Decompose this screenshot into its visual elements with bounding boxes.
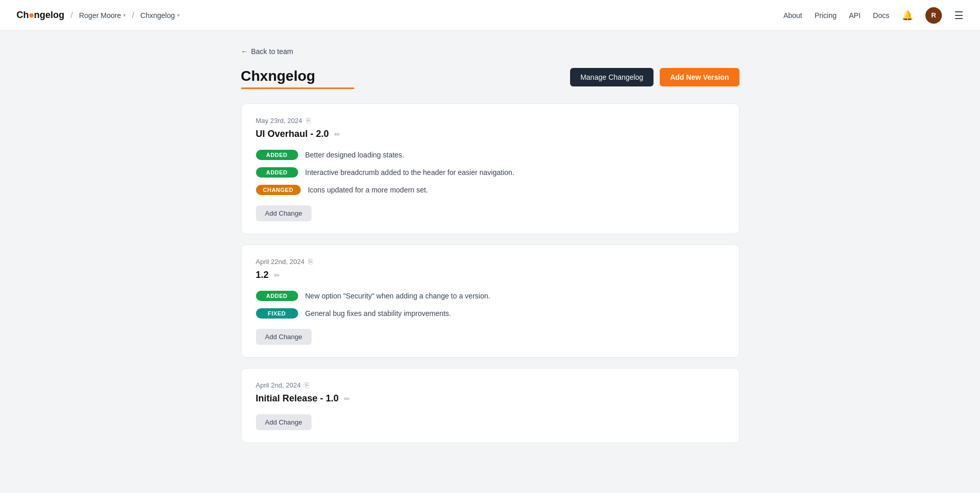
title-underline: [241, 87, 354, 89]
back-link-label: Back to team: [251, 47, 294, 56]
change-badge-added: ADDED: [256, 150, 298, 160]
version-card: April 22nd, 2024⎘1.2✏ADDEDNew option "Se…: [241, 244, 740, 358]
change-badge-changed: CHANGED: [256, 185, 301, 195]
avatar[interactable]: R: [925, 7, 942, 24]
breadcrumb-roger-moore[interactable]: Roger Moore ▾: [79, 11, 126, 20]
logo-text-ngelog: ngelog: [34, 10, 64, 21]
version-title-row: Initial Release - 1.0✏: [256, 393, 725, 404]
version-meta: April 22nd, 2024⎘: [256, 257, 725, 266]
version-meta: May 23rd, 2024⎘: [256, 116, 725, 125]
versions-container: May 23rd, 2024⎘UI Overhaul - 2.0✏ADDEDBe…: [241, 103, 740, 443]
nav-about[interactable]: About: [783, 11, 802, 20]
change-badge-fixed: FIXED: [256, 308, 298, 319]
edit-icon[interactable]: ✏: [344, 395, 350, 403]
header-left: Ch ngelog / Roger Moore ▾ / Chxngelog ▾: [16, 10, 180, 21]
version-title: Initial Release - 1.0: [256, 393, 339, 404]
change-item: FIXEDGeneral bug fixes and stability imp…: [256, 308, 725, 319]
version-date: May 23rd, 2024: [256, 117, 302, 125]
version-title-row: 1.2✏: [256, 270, 725, 280]
logo[interactable]: Ch ngelog: [16, 10, 64, 21]
add-change-button[interactable]: Add Change: [256, 205, 312, 221]
logo-text-ch: Ch: [16, 10, 29, 21]
breadcrumb-chxngelog[interactable]: Chxngelog ▾: [141, 11, 180, 20]
share-icon[interactable]: ⎘: [306, 116, 311, 125]
breadcrumb-sep-1: /: [71, 11, 73, 20]
change-item: ADDEDNew option "Security" when adding a…: [256, 291, 725, 301]
main-content: ← Back to team Chxngelog Manage Changelo…: [233, 31, 748, 470]
header-actions: Manage Changelog Add New Version: [570, 68, 740, 86]
arrow-left-icon: ←: [241, 47, 248, 56]
nav-docs[interactable]: Docs: [873, 11, 889, 20]
change-item: ADDEDBetter designed loading states.: [256, 150, 725, 160]
change-text: New option "Security" when adding a chan…: [305, 292, 490, 300]
change-item: ADDEDInteractive breadcrumb added to the…: [256, 167, 725, 178]
change-badge-added: ADDED: [256, 167, 298, 178]
breadcrumb-sep-2: /: [132, 11, 134, 20]
breadcrumb-chxngelog-label: Chxngelog: [141, 11, 175, 20]
manage-changelog-button[interactable]: Manage Changelog: [570, 68, 654, 86]
add-new-version-button[interactable]: Add New Version: [660, 68, 739, 86]
bell-icon[interactable]: 🔔: [902, 10, 913, 21]
hamburger-menu-icon[interactable]: ☰: [954, 9, 964, 22]
share-icon[interactable]: ⎘: [305, 381, 309, 389]
change-text: Interactive breadcrumb added to the head…: [305, 168, 514, 177]
page-title: Chxngelog: [241, 68, 354, 84]
change-list: ADDEDBetter designed loading states.ADDE…: [256, 150, 725, 195]
logo-dot: [29, 13, 33, 17]
share-icon[interactable]: ⎘: [308, 257, 313, 266]
edit-icon[interactable]: ✏: [274, 271, 280, 279]
back-to-team-link[interactable]: ← Back to team: [241, 47, 740, 56]
version-title-row: UI Overhaul - 2.0✏: [256, 129, 725, 139]
nav-api[interactable]: API: [849, 11, 861, 20]
version-meta: April 2nd, 2024⎘: [256, 381, 725, 389]
version-title: 1.2: [256, 270, 269, 280]
version-title: UI Overhaul - 2.0: [256, 129, 329, 139]
header: Ch ngelog / Roger Moore ▾ / Chxngelog ▾ …: [0, 0, 980, 31]
chevron-down-icon-1: ▾: [123, 12, 126, 18]
change-badge-added: ADDED: [256, 291, 298, 301]
page-title-wrap: Chxngelog: [241, 68, 354, 89]
change-text: Better designed loading states.: [305, 151, 404, 159]
add-change-button[interactable]: Add Change: [256, 329, 312, 345]
add-change-button[interactable]: Add Change: [256, 414, 312, 430]
page-header: Chxngelog Manage Changelog Add New Versi…: [241, 68, 740, 89]
version-date: April 22nd, 2024: [256, 258, 305, 266]
edit-icon[interactable]: ✏: [334, 130, 340, 138]
chevron-down-icon-2: ▾: [177, 12, 180, 18]
change-text: Icons updated for a more modern set.: [308, 186, 428, 194]
version-card: April 2nd, 2024⎘Initial Release - 1.0✏Ad…: [241, 368, 740, 443]
change-list: ADDEDNew option "Security" when adding a…: [256, 291, 725, 319]
change-item: CHANGEDIcons updated for a more modern s…: [256, 185, 725, 195]
nav-pricing[interactable]: Pricing: [815, 11, 837, 20]
version-card: May 23rd, 2024⎘UI Overhaul - 2.0✏ADDEDBe…: [241, 103, 740, 234]
header-nav: About Pricing API Docs 🔔 R ☰: [783, 7, 964, 24]
version-date: April 2nd, 2024: [256, 381, 301, 389]
breadcrumb-roger-label: Roger Moore: [79, 11, 121, 20]
change-text: General bug fixes and stability improvem…: [305, 309, 451, 318]
